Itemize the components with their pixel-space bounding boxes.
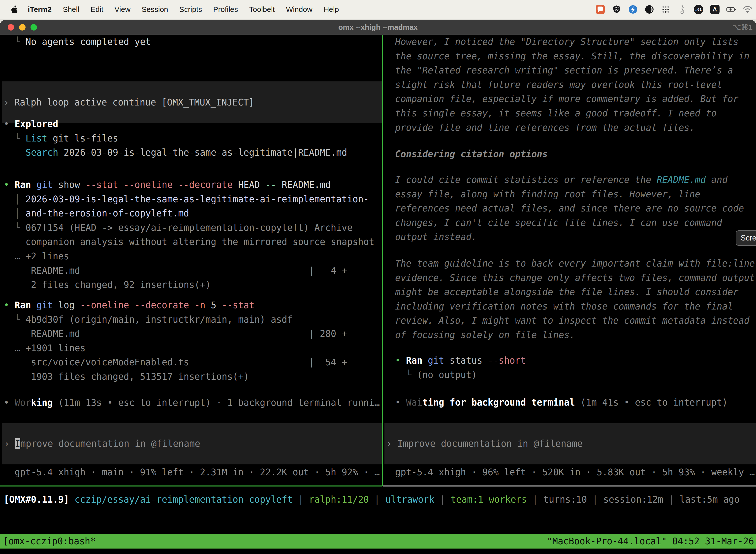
terminal-line: the "Related research writing" section i… — [395, 63, 756, 78]
terminal-line: The team guideline is to back every impo… — [395, 257, 756, 271]
terminal-line: the source tree, missing the essay. Stil… — [395, 49, 756, 63]
terminal-line: Considering citation options — [395, 147, 756, 161]
agents-summary: └ No agents completed yet — [0, 35, 382, 49]
menu-item-iterm2[interactable]: iTerm2 — [28, 5, 52, 14]
terminal-line: └ (no output) — [395, 368, 756, 382]
dots-grid-icon[interactable] — [661, 4, 671, 14]
terminal-line: › Improve documentation in @filename — [4, 437, 200, 451]
tooltip-text: Scre — [741, 233, 756, 242]
screen-notification-tooltip[interactable]: Scre — [736, 230, 756, 246]
menu-bar: iTerm2ShellEditViewSessionScriptsProfile… — [0, 0, 756, 19]
terminal-line: changes, I can't cite specific file line… — [395, 216, 756, 230]
tmux-host-clock: "MacBook-Pro-44.local" 04:52 31-Mar-26 — [547, 534, 754, 549]
pane-divider[interactable] — [382, 35, 383, 486]
menu-item-help[interactable]: Help — [324, 5, 339, 14]
terminal-line: slight risk that future readers may over… — [395, 78, 756, 92]
terminal-line: • Waiting for background terminal (1m 41… — [395, 395, 756, 410]
terminal-line: … +2 lines — [4, 249, 382, 264]
model-status-left: gpt-5.4 xhigh · main · 91% left · 2.31M … — [0, 465, 382, 480]
omx-status-bar: [OMX#0.11.9] cczip/essay/ai-reimplementa… — [0, 492, 756, 507]
terminal-line: companion analysis without altering the … — [4, 235, 382, 249]
menu-item-profiles[interactable]: Profiles — [213, 5, 238, 14]
terminal-line: › Ralph loop active continue [OMX_TMUX_I… — [3, 95, 254, 110]
terminal-line: essay file, along with finding root file… — [395, 187, 756, 202]
menu-items: iTerm2ShellEditViewSessionScriptsProfile… — [28, 5, 350, 14]
waiting-status-line: • Waiting for background terminal (1m 41… — [383, 395, 756, 410]
reasoning-heading: Considering citation options — [383, 147, 756, 161]
pane-bottom-border-left — [0, 486, 382, 487]
git-show-block: • Ran git show --stat --oneline --decora… — [0, 178, 382, 292]
chat-app-icon[interactable] — [595, 4, 605, 14]
menu-item-view[interactable]: View — [115, 5, 130, 14]
terminal-line: src/voice/voiceModeEnabled.ts | 54 + — [4, 355, 382, 370]
apple-menu-icon[interactable] — [11, 5, 19, 14]
working-status-line: • Working (11m 13s • esc to interrupt) ·… — [0, 396, 382, 410]
terminal-line: companion file, especially if more comme… — [395, 92, 756, 106]
terminal-line: • Ran git log --oneline --decorate -n 5 … — [4, 298, 382, 313]
terminal-line: might be acceptable alongside the file l… — [395, 285, 756, 299]
terminal-line: … +1901 lines — [4, 341, 382, 355]
squiggle-icon[interactable] — [677, 4, 687, 14]
terminal-line: references need actual files, and since … — [395, 201, 756, 216]
terminal-line: output instead. — [395, 230, 756, 244]
terminal-line: I could cite commit statistics or refere… — [395, 173, 756, 187]
terminal-line: • Ran git status --short — [395, 353, 756, 368]
input-source-icon[interactable]: A — [710, 4, 720, 14]
terminal-line: provide file and line references from th… — [395, 121, 756, 135]
window-titlebar[interactable]: omx --xhigh --madmax ⌥⌘1 — [0, 20, 756, 35]
shield-grid-icon[interactable] — [612, 4, 622, 14]
terminal-line: README.md | 280 + — [4, 327, 382, 341]
terminal-line: review. Also, I might want to inspect th… — [395, 314, 756, 328]
terminal-line: evidence. Since this change only affects… — [395, 271, 756, 285]
terminal-line: gpt-5.4 xhigh · main · 91% left · 2.31M … — [4, 465, 382, 480]
terminal-pane-left[interactable]: └ No agents completed yet › Ralph loop a… — [0, 35, 382, 486]
git-status-block: • Ran git status --short └ (no output) — [383, 353, 756, 382]
reasoning-para-2: I could cite commit statistics or refere… — [383, 173, 756, 244]
terminal-line: 1903 files changed, 513517 insertions(+) — [4, 370, 382, 384]
menu-item-session[interactable]: Session — [142, 5, 168, 14]
terminal-line: • Explored — [4, 117, 382, 131]
terminal-line: └ List git ls-files — [4, 131, 382, 146]
menu-item-scripts[interactable]: Scripts — [179, 5, 202, 14]
terminal-line: of focusing solely on file lines. — [395, 328, 756, 342]
terminal-line: [OMX#0.11.9] cczip/essay/ai-reimplementa… — [4, 492, 756, 507]
window-title: omx --xhigh --madmax — [0, 20, 756, 35]
wifi-icon[interactable] — [743, 4, 753, 14]
explored-block: • Explored └ List git ls-files Search 20… — [0, 117, 382, 160]
blue-bolt-badge-icon[interactable] — [628, 4, 638, 14]
model-status-right: gpt-5.4 xhigh · 96% left · 520K in · 5.8… — [383, 465, 756, 480]
terminal-line: • Ran git show --stat --oneline --decora… — [4, 178, 382, 192]
menu-item-shell[interactable]: Shell — [63, 5, 79, 14]
git-log-block: • Ran git log --oneline --decorate -n 5 … — [0, 298, 382, 384]
prompt-input-left[interactable]: › Improve documentation in @filename — [2, 423, 382, 464]
terminal-line: │ and-the-erosion-of-copyleft.md — [4, 206, 382, 221]
terminal-pane-right[interactable]: However, I noticed the "Directory Struct… — [383, 35, 756, 486]
reasoning-para-1: However, I noticed the "Directory Struct… — [383, 35, 756, 135]
tmux-session-label: [omx-cczip0:bash* — [3, 534, 96, 549]
menu-item-toolbelt[interactable]: Toolbelt — [249, 5, 275, 14]
prompt-input-right[interactable]: › Improve documentation in @filename — [384, 423, 756, 464]
terminal-line: └ 4b9d30f (origin/main, instructkr/main,… — [4, 313, 382, 327]
battery-icon[interactable] — [726, 4, 736, 14]
terminal-line: │ 2026-03-09-is-legal-the-same-as-legiti… — [4, 192, 382, 207]
terminal-line: including verification notes with those … — [395, 299, 756, 314]
terminal-line: Search 2026-03-09-is-legal-the-same-as-l… — [4, 146, 382, 160]
terminal-line: README.md | 4 + — [4, 264, 382, 278]
terminal-line: › Improve documentation in @filename — [386, 437, 583, 451]
terminal-line: └ No agents completed yet — [4, 35, 382, 49]
menubar-status-icons: ..61 A — [589, 4, 753, 14]
tmux-status-bar: [omx-cczip0:bash* "MacBook-Pro-44.local"… — [0, 534, 756, 549]
reasoning-para-3: The team guideline is to back every impo… — [383, 257, 756, 342]
menu-item-edit[interactable]: Edit — [90, 5, 104, 14]
percent-badge-icon[interactable]: ..61 — [693, 4, 703, 14]
crescent-app-icon[interactable] — [644, 4, 654, 14]
iterm2-window: omx --xhigh --madmax ⌥⌘1 └ No agents com… — [0, 20, 756, 549]
menu-item-window[interactable]: Window — [286, 5, 313, 14]
terminal-line: └ 067f154 (HEAD -> essay/ai-reimplementa… — [4, 221, 382, 235]
window-shortcut-badge: ⌥⌘1 — [733, 20, 753, 35]
pane-bottom-border-right — [383, 486, 756, 487]
terminal-line: this single essay, it seems like a good … — [395, 106, 756, 121]
terminal-line: However, I noticed the "Directory Struct… — [395, 35, 756, 49]
terminal-line: • Working (11m 13s • esc to interrupt) ·… — [4, 396, 382, 410]
terminal-line: 2 files changed, 92 insertions(+) — [4, 278, 382, 292]
